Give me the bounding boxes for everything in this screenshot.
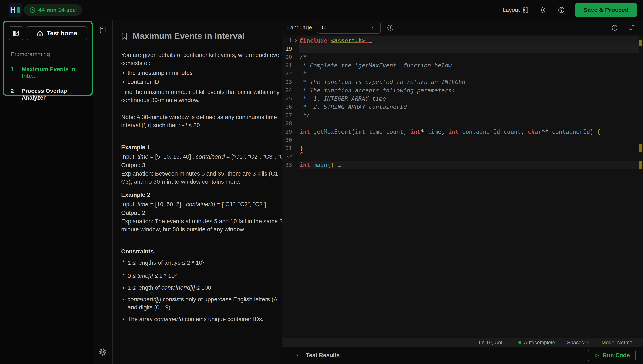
description-paragraph: Explanation: The events at minutes 5 and… xyxy=(121,217,282,234)
spacer xyxy=(121,234,282,242)
code-line[interactable]: 24 * The function accepts following para… xyxy=(282,86,643,94)
line-number: 27 xyxy=(282,111,293,119)
question-body: You are given details of container kill … xyxy=(121,51,282,323)
description-paragraph: Output: 3 xyxy=(121,161,282,169)
code-line-text: int getMaxEvent(int time_count, int* tim… xyxy=(299,128,638,136)
fold-gutter xyxy=(293,152,299,161)
code-lines: 1#include <assert.h> …1920/*21 * Complet… xyxy=(282,36,643,169)
bookmark-icon[interactable] xyxy=(121,32,128,40)
fold-chevron-icon[interactable] xyxy=(293,161,299,169)
warning-marker xyxy=(639,40,642,46)
history-button[interactable] xyxy=(611,24,618,31)
code-line-text: * xyxy=(299,70,638,78)
line-number: 30 xyxy=(282,136,293,144)
home-icon xyxy=(36,30,44,37)
test-results-toggle[interactable]: Test Results xyxy=(294,352,340,359)
fold-gutter xyxy=(293,86,299,94)
fold-chevron-icon[interactable] xyxy=(293,36,299,45)
autocomplete-toggle[interactable]: Autocomplete xyxy=(518,340,555,346)
settings-button[interactable] xyxy=(98,348,107,356)
scrollbar-overview-ruler[interactable] xyxy=(638,35,643,338)
test-home-button[interactable]: Test home xyxy=(27,26,87,40)
layout-button[interactable]: Layout xyxy=(502,7,528,14)
code-editor[interactable]: 1#include <assert.h> …1920/*21 * Complet… xyxy=(282,35,643,338)
code-line[interactable]: 28 xyxy=(282,119,643,128)
language-label: Language xyxy=(287,24,312,31)
left-column: Test home Promgramming 1Maximum Events i… xyxy=(0,20,113,364)
fullscreen-button[interactable] xyxy=(628,24,635,31)
list-item: the timestamp in minutes xyxy=(121,69,282,77)
info-icon xyxy=(387,24,394,31)
code-line-text: /* xyxy=(299,53,638,61)
tool-strip xyxy=(93,20,113,364)
line-number: 20 xyxy=(282,53,293,61)
code-line-text xyxy=(299,45,638,53)
layout-label: Layout xyxy=(502,7,520,14)
language-info-button[interactable] xyxy=(387,24,394,31)
code-line[interactable]: 1#include <assert.h> … xyxy=(282,36,643,45)
line-number: 1 xyxy=(282,36,293,45)
editor-mode-setting[interactable]: Mode: Normal xyxy=(602,340,634,346)
code-line[interactable]: 23 * The function is expected to return … xyxy=(282,78,643,86)
section-heading: Example 1 xyxy=(121,143,282,152)
fold-gutter xyxy=(293,128,299,136)
question-title-row: Maximum Events in Interval xyxy=(121,31,282,41)
test-home-label: Test home xyxy=(47,30,77,37)
code-line[interactable]: 27 */ xyxy=(282,111,643,119)
collapse-sidebar-button[interactable] xyxy=(8,26,24,40)
description-paragraph: You are given details of container kill … xyxy=(121,51,282,67)
chevron-up-icon xyxy=(294,353,300,358)
code-line[interactable]: 19 xyxy=(282,45,643,53)
code-line[interactable]: 31} xyxy=(282,144,643,152)
code-line-text xyxy=(299,136,638,144)
layout-grid-icon xyxy=(522,7,528,13)
language-select[interactable]: C xyxy=(317,22,381,34)
editor-status-bar: Ln 19, Col 1 Autocomplete Spaces: 4 Mode… xyxy=(282,338,643,347)
editor-actions xyxy=(611,24,635,31)
code-line[interactable]: 22 * xyxy=(282,70,643,78)
sidebar-item-question[interactable]: 2Process Overlap Analyzer xyxy=(11,88,87,101)
code-line[interactable]: 20/* xyxy=(282,53,643,61)
code-line[interactable]: 21 * Complete the 'getMaxEvent' function… xyxy=(282,61,643,70)
line-number: 19 xyxy=(282,45,293,53)
sidebar-item-question[interactable]: 1Maximum Events in Inte... xyxy=(11,66,87,79)
question-panel: Maximum Events in Interval You are given… xyxy=(113,20,282,364)
code-line-text: * 2. STRING_ARRAY containerId xyxy=(299,103,638,111)
spaces-setting[interactable]: Spaces: 4 xyxy=(567,340,590,346)
description-paragraph: Explanation: Between minutes 5 and 35, t… xyxy=(121,170,282,186)
code-line[interactable]: 32 xyxy=(282,152,643,161)
code-line[interactable]: 26 * 2. STRING_ARRAY containerId xyxy=(282,103,643,111)
timer-badge: 44 min 14 sec xyxy=(24,4,82,16)
code-line[interactable]: 33int main() … xyxy=(282,161,643,169)
save-proceed-button[interactable]: Save & Proceed xyxy=(576,2,636,18)
description-paragraph: Output: 2 xyxy=(121,209,282,217)
description-paragraph: Input: time = [10, 50, 5] , containerId … xyxy=(121,200,282,208)
top-bar: H 44 min 14 sec Layout Save & Proceed xyxy=(0,0,643,20)
language-value: C xyxy=(322,24,326,31)
test-results-bar: Test Results Run Code xyxy=(282,347,643,364)
autocomplete-label: Autocomplete xyxy=(524,340,555,346)
list-item: container ID xyxy=(121,78,282,86)
code-line[interactable]: 25 * 1. INTEGER_ARRAY time xyxy=(282,94,643,103)
logo-green-block xyxy=(16,7,20,13)
line-number: 23 xyxy=(282,78,293,86)
bullet-list: the timestamp in minutescontainer ID xyxy=(121,69,282,86)
fold-gutter xyxy=(293,103,299,111)
code-line[interactable]: 30 xyxy=(282,136,643,144)
warning-marker xyxy=(639,144,642,152)
spacer xyxy=(121,104,282,113)
theme-toggle-button[interactable] xyxy=(538,5,547,15)
help-button[interactable] xyxy=(557,5,566,15)
description-paragraph: Input: time = [5, 10, 15, 40] , containe… xyxy=(121,153,282,161)
code-line-text: } xyxy=(299,144,638,152)
collapse-sidebar-icon xyxy=(12,30,20,37)
question-mark-icon xyxy=(558,6,565,14)
history-icon xyxy=(611,24,618,31)
sidebar-header: Test home xyxy=(8,26,87,40)
description-tab[interactable] xyxy=(93,20,112,40)
run-code-button[interactable]: Run Code xyxy=(588,350,636,362)
code-line[interactable]: 29int getMaxEvent(int time_count, int* t… xyxy=(282,128,643,136)
line-number: 28 xyxy=(282,119,293,128)
fold-gutter xyxy=(293,136,299,144)
question-title: Maximum Events in Interval xyxy=(133,31,245,41)
